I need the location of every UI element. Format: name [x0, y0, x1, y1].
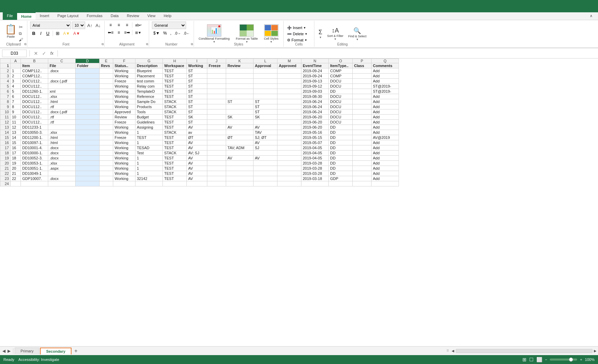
data-cell[interactable]: Working — [113, 94, 135, 99]
data-cell[interactable]: AV — [187, 171, 207, 176]
data-cell[interactable] — [76, 68, 100, 74]
data-cell[interactable] — [277, 89, 301, 94]
data-cell[interactable]: AV — [187, 156, 207, 161]
data-cell[interactable]: TEST — [163, 171, 187, 176]
data-cell[interactable]: TEST — [163, 125, 187, 130]
col-header-i[interactable]: I — [187, 59, 207, 63]
data-cell[interactable] — [100, 181, 113, 186]
data-cell[interactable]: 32142 — [135, 176, 163, 181]
data-cell[interactable]: STACK — [163, 99, 187, 104]
data-cell[interactable]: SK — [254, 115, 277, 120]
data-cell[interactable]: TEST — [163, 68, 187, 74]
data-cell[interactable]: Add — [372, 120, 399, 125]
data-cell[interactable]: DD — [329, 156, 353, 161]
data-cell[interactable] — [353, 161, 372, 166]
data-cell[interactable] — [207, 99, 226, 104]
data-cell[interactable]: 4 — [11, 84, 21, 89]
data-cell[interactable]: Approved — [277, 63, 301, 68]
data-cell[interactable] — [76, 176, 100, 181]
data-cell[interactable]: DD — [329, 130, 353, 135]
data-cell[interactable]: Relay com — [135, 84, 163, 89]
data-cell[interactable]: AV — [226, 156, 254, 161]
data-cell[interactable]: Approved — [113, 109, 135, 115]
fill-color-button[interactable]: A▼ — [62, 30, 71, 37]
tab-view[interactable]: View — [143, 12, 160, 20]
data-cell[interactable] — [100, 125, 113, 130]
data-cell[interactable] — [100, 104, 113, 109]
data-cell[interactable] — [48, 84, 76, 89]
row-number[interactable]: 24 — [0, 181, 11, 186]
data-cell[interactable] — [353, 135, 372, 140]
align-top-center-btn[interactable]: ≡ — [115, 22, 122, 28]
data-cell[interactable] — [207, 135, 226, 140]
data-cell[interactable]: DOCU112.. — [21, 99, 48, 104]
data-cell[interactable]: TEST — [163, 145, 187, 151]
data-cell[interactable] — [100, 145, 113, 151]
data-cell[interactable]: TEST — [163, 74, 187, 79]
data-cell[interactable]: ST — [187, 94, 207, 99]
row-number[interactable]: 1 — [0, 63, 11, 68]
zoom-slider[interactable] — [550, 359, 577, 361]
data-cell[interactable]: Status.. — [113, 63, 135, 68]
data-cell[interactable] — [76, 79, 100, 84]
data-cell[interactable]: DD10051-1. — [21, 166, 48, 171]
col-header-d[interactable]: D — [76, 59, 100, 63]
data-cell[interactable] — [100, 176, 113, 181]
data-cell[interactable] — [100, 161, 113, 166]
data-cell[interactable] — [226, 130, 254, 135]
data-cell[interactable]: 8 — [11, 104, 21, 109]
data-cell[interactable] — [100, 115, 113, 120]
data-cell[interactable] — [277, 161, 301, 166]
data-cell[interactable]: Working — [113, 104, 135, 109]
data-cell[interactable]: TEST — [163, 161, 187, 166]
data-cell[interactable]: 12 — [11, 125, 21, 130]
data-cell[interactable]: 2019-06-24 — [301, 99, 329, 104]
data-cell[interactable]: STACK — [163, 130, 187, 135]
row-number[interactable]: 22 — [0, 171, 11, 176]
data-cell[interactable]: Working — [187, 63, 207, 68]
data-cell[interactable]: 2019-05-16 — [301, 130, 329, 135]
data-cell[interactable]: TemplateD — [135, 89, 163, 94]
row-number[interactable]: 12 — [0, 120, 11, 125]
format-as-table-btn[interactable]: Format as Table ▼ — [234, 24, 260, 44]
ribbon-collapse-btn[interactable]: ∧ — [587, 12, 595, 20]
data-cell[interactable]: .docx (.pdf — [48, 109, 76, 115]
cut-button[interactable]: ✂ — [19, 24, 23, 30]
data-cell[interactable]: Freeze — [113, 135, 135, 140]
col-header-p[interactable]: P — [353, 59, 372, 63]
horizontal-scroll-left[interactable]: ◀ — [452, 349, 454, 353]
data-cell[interactable] — [76, 156, 100, 161]
row-number[interactable]: 11 — [0, 115, 11, 120]
data-cell[interactable]: DOCU — [329, 79, 353, 84]
data-cell[interactable]: DOCU — [329, 84, 353, 89]
page-break-view-btn[interactable]: ⬜ — [536, 357, 542, 362]
percent-btn[interactable]: % — [162, 30, 168, 36]
data-cell[interactable] — [48, 171, 76, 176]
row-number[interactable]: 14 — [0, 130, 11, 135]
data-cell[interactable]: ØT — [187, 135, 207, 140]
data-cell[interactable]: STACK — [163, 109, 187, 115]
data-cell[interactable]: 2019-03-28 — [301, 171, 329, 176]
data-cell[interactable]: GDP10007. — [21, 176, 48, 181]
row-number[interactable]: 23 — [0, 176, 11, 181]
delete-btn[interactable]: ➖Delete▼ — [286, 31, 312, 37]
data-cell[interactable] — [353, 120, 372, 125]
data-cell[interactable] — [100, 130, 113, 135]
font-size-select[interactable]: 10 — [72, 22, 85, 29]
data-cell[interactable]: 2019-05-07 — [301, 140, 329, 145]
data-cell[interactable]: Working — [113, 99, 135, 104]
data-cell[interactable] — [48, 125, 76, 130]
row-number[interactable]: 19 — [0, 156, 11, 161]
data-cell[interactable] — [207, 145, 226, 151]
border-button[interactable]: ⊞ — [54, 30, 61, 37]
data-cell[interactable]: DD — [329, 89, 353, 94]
data-cell[interactable]: 2019-04-05 — [301, 156, 329, 161]
data-cell[interactable]: 3 — [11, 79, 21, 84]
row-number[interactable]: 8 — [0, 99, 11, 104]
data-cell[interactable] — [277, 151, 301, 156]
data-cell[interactable]: ST — [187, 89, 207, 94]
data-cell[interactable]: .docx — [48, 151, 76, 156]
data-cell[interactable]: ST — [187, 104, 207, 109]
row-number[interactable]: 21 — [0, 166, 11, 171]
data-cell[interactable] — [353, 176, 372, 181]
